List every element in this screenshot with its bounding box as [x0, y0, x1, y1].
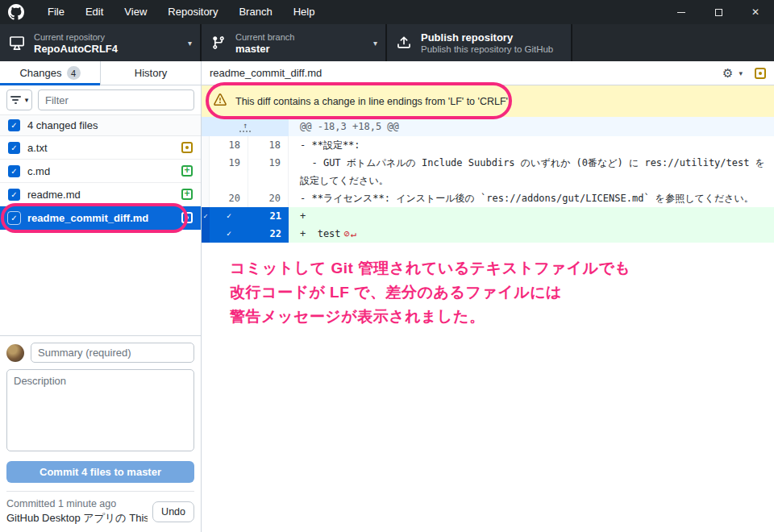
upload-icon [395, 35, 413, 50]
filter-options-button[interactable]: ▾ [6, 89, 32, 110]
commit-button[interactable]: Commit 4 files to master [6, 461, 194, 483]
diff-panel: readme_commit_diff.md ⚙ ▾ This diff cont… [202, 61, 774, 532]
committed-message: GitHub Desktop アプリの This diff con... [6, 511, 148, 526]
minimize-button[interactable] [663, 0, 700, 24]
tab-history[interactable]: History [100, 61, 201, 85]
sidebar: Changes 4 History ▾ ✓ 4 changed files ✓ … [0, 61, 202, 532]
gutter-strip [202, 154, 210, 189]
menu-help[interactable]: Help [283, 0, 326, 24]
crlf-marker-icon: ⊘↵ [344, 228, 357, 239]
file-row-c-md[interactable]: ✓ c.md [0, 160, 201, 183]
annotation-line-2: 改行コードが LF で、差分のあるファイルには [230, 281, 630, 305]
commit-summary-input[interactable] [31, 343, 194, 363]
chevron-down-icon[interactable]: ▾ [739, 69, 743, 77]
hunk-header-text: @@ -18,3 +18,5 @@ [289, 117, 774, 136]
line-checkbox[interactable]: ✓ [210, 225, 248, 243]
file-row-readme-commit-diff-md[interactable]: ✓ readme_commit_diff.md [0, 206, 201, 230]
publish-repository-button[interactable]: Publish repository Publish this reposito… [387, 24, 572, 61]
diff-line-text: - **ライセンス**: インストール後の `res://addons/gut/… [289, 189, 774, 207]
diff-line-18: 18 18 - **設定**: [202, 136, 774, 154]
sidebar-empty-area [0, 230, 201, 335]
new-line-number: 19 [248, 154, 289, 189]
menu-branch[interactable]: Branch [228, 0, 282, 24]
hunk-select-handle[interactable] [202, 225, 210, 243]
current-repository-button[interactable]: Current repository RepoAutoCRLF4 ▾ [0, 24, 202, 61]
annotation-text: コミットして Git 管理されているテキストファイルでも 改行コードが LF で… [230, 256, 630, 329]
new-line-number: 20 [248, 189, 289, 207]
diff-view: ↑ @@ -18,3 +18,5 @@ 18 18 - **設定**: 19 1… [202, 117, 774, 243]
modified-icon [181, 142, 193, 153]
file-row-readme-md[interactable]: ✓ readme.md [0, 183, 201, 206]
menu-edit[interactable]: Edit [75, 0, 114, 24]
menu-file[interactable]: File [37, 0, 75, 24]
hunk-header-row: ↑ @@ -18,3 +18,5 @@ [202, 117, 774, 136]
tab-changes[interactable]: Changes 4 [0, 61, 100, 85]
sidebar-tabs: Changes 4 History [0, 61, 201, 85]
file-checkbox[interactable]: ✓ [8, 165, 20, 177]
modified-icon [181, 212, 193, 223]
git-branch-icon [210, 35, 227, 50]
select-all-checkbox[interactable]: ✓ [8, 119, 20, 131]
file-name: c.md [27, 165, 174, 177]
filter-input[interactable] [38, 89, 194, 110]
title-bar: File Edit View Repository Branch Help ✕ [0, 0, 774, 24]
close-button[interactable]: ✕ [737, 0, 774, 24]
new-line-number: 21 [248, 207, 289, 225]
diff-line-text: - **設定**: [289, 136, 774, 154]
modified-icon [755, 68, 766, 79]
line-checkbox[interactable]: ✓ [210, 207, 248, 225]
menu-repository[interactable]: Repository [157, 0, 228, 24]
old-line-number: 20 [210, 189, 248, 207]
commit-description-textarea[interactable] [6, 369, 194, 451]
chevron-down-icon: ▾ [373, 39, 377, 48]
committed-time: Committed 1 minute ago [6, 497, 148, 511]
commit-form: Commit 4 files to master Committed 1 min… [0, 335, 201, 532]
github-logo-icon [8, 4, 24, 20]
new-line-number: 22 [248, 225, 289, 243]
avatar [6, 344, 24, 362]
annotation-line-1: コミットして Git 管理されているテキストファイルでも [230, 256, 630, 281]
diff-line-20: 20 20 - **ライセンス**: インストール後の `res://addon… [202, 189, 774, 207]
menu-view[interactable]: View [114, 0, 157, 24]
filter-icon [10, 96, 21, 104]
file-checkbox[interactable]: ✓ [8, 189, 20, 201]
file-checkbox[interactable]: ✓ [8, 142, 20, 154]
tab-changes-label: Changes [19, 67, 61, 79]
diff-file-title: readme_commit_diff.md [210, 67, 717, 79]
added-icon [181, 165, 193, 177]
repository-icon [8, 35, 26, 50]
tab-history-label: History [135, 67, 167, 79]
publish-repository-subtitle: Publish this repository to GitHub [421, 44, 563, 55]
old-line-number: 18 [210, 136, 248, 154]
file-name: a.txt [27, 142, 174, 154]
undo-button[interactable]: Undo [152, 501, 194, 522]
hunk-gutter: ↑ [202, 117, 289, 136]
warning-text: This diff contains a change in line endi… [235, 96, 510, 107]
current-branch-button[interactable]: Current branch master ▾ [202, 24, 387, 61]
diff-line-text: - GUT ボトムパネルの Include Suubdirs のいずれか (0番… [289, 154, 774, 189]
maximize-button[interactable] [700, 0, 737, 24]
expand-hunk-up-icon[interactable]: ↑ [239, 121, 251, 132]
committed-status: Committed 1 minute ago GitHub Desktop アプ… [6, 491, 194, 526]
old-line-number: 19 [210, 154, 248, 189]
changed-file-list: ✓ a.txt ✓ c.md ✓ readme.md ✓ readme_comm… [0, 136, 201, 230]
current-repository-label: Current repository [34, 31, 181, 43]
warning-icon [214, 94, 227, 109]
diff-line-text: + test⊘↵ [289, 225, 774, 243]
current-branch-label: Current branch [235, 31, 367, 43]
gear-icon[interactable]: ⚙ [722, 67, 733, 79]
changes-count-badge: 4 [67, 66, 81, 80]
file-name: readme.md [27, 189, 174, 201]
select-all-label: 4 changed files [27, 119, 98, 131]
toolbar-empty-area [572, 24, 774, 61]
file-name: readme_commit_diff.md [27, 212, 174, 224]
gutter-strip [202, 136, 210, 154]
diff-line-22-added: ✓ 22 + test⊘↵ [202, 225, 774, 243]
diff-file-header: readme_commit_diff.md ⚙ ▾ [202, 61, 774, 85]
file-row-a-txt[interactable]: ✓ a.txt [0, 136, 201, 160]
hunk-select-handle[interactable]: ✓ [202, 207, 210, 225]
diff-line-text: + [289, 207, 774, 225]
chevron-down-icon: ▾ [25, 96, 29, 104]
file-checkbox[interactable]: ✓ [8, 212, 20, 224]
diff-line-19: 19 19 - GUT ボトムパネルの Include Suubdirs のいず… [202, 154, 774, 189]
